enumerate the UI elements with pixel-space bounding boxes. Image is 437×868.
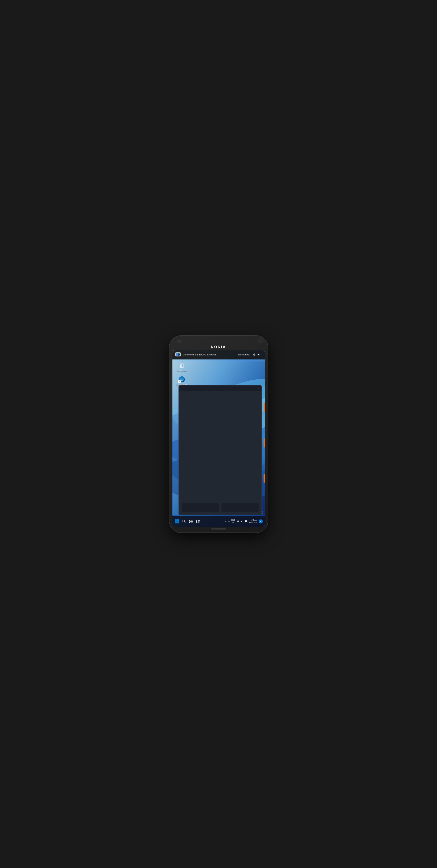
date-display: 8/27/2021 xyxy=(249,521,257,524)
taskbar: ∧ ⊡ ENG IT xyxy=(172,516,265,527)
svg-rect-12 xyxy=(179,353,180,354)
shortcut-arrow: ↗ xyxy=(178,380,181,383)
microsoft-edge-icon[interactable]: ↗ Microsoft Edge xyxy=(175,376,188,386)
svg-rect-29 xyxy=(245,521,246,522)
connection-bar: Connected to SBOOK2-SIMONE Disconnect ⚙ … xyxy=(172,350,265,360)
battery-icon[interactable] xyxy=(244,520,247,523)
wifi-icon[interactable] xyxy=(237,520,240,523)
lang-line1: ENG xyxy=(231,519,235,521)
search-button[interactable] xyxy=(181,519,186,524)
modal-button-1[interactable] xyxy=(181,503,219,512)
start-button[interactable] xyxy=(174,519,179,524)
side-handle-mid[interactable] xyxy=(264,438,265,447)
svg-rect-19 xyxy=(190,520,191,521)
svg-rect-21 xyxy=(190,521,191,523)
svg-point-17 xyxy=(182,520,184,522)
widgets-button[interactable] xyxy=(196,519,201,524)
home-indicator[interactable] xyxy=(211,528,226,529)
svg-rect-22 xyxy=(191,521,193,523)
modal-dialog: ✕ xyxy=(178,385,262,515)
phone-device: NOKIA xyxy=(169,336,268,532)
side-handle-bot[interactable] xyxy=(264,474,265,483)
connection-status-text: Connected to SBOOK2-SIMONE xyxy=(183,353,235,356)
modal-titlebar: ✕ xyxy=(179,385,262,391)
svg-rect-11 xyxy=(176,353,178,356)
phone-top-bar xyxy=(172,339,265,344)
svg-rect-25 xyxy=(198,520,200,520)
system-tray-expand[interactable]: ∧ xyxy=(225,520,226,522)
disconnect-button[interactable]: Disconnect xyxy=(237,353,251,356)
desktop-icons-area: Recycle Bin xyxy=(175,362,188,386)
edge-icon-container: ↗ xyxy=(178,376,185,383)
svg-rect-13 xyxy=(179,355,180,356)
recycle-bin-label: Recycle Bin xyxy=(177,370,186,372)
time-display: 1:40 AM xyxy=(249,519,257,521)
cast-icon[interactable]: ✦ xyxy=(257,353,260,356)
taskbar-time[interactable]: 1:40 AM 8/27/2021 xyxy=(249,519,257,524)
phone-screen: Connected to SBOOK2-SIMONE Disconnect ⚙ … xyxy=(172,350,265,527)
speaker-grille xyxy=(208,341,229,342)
front-camera xyxy=(177,340,181,343)
svg-rect-24 xyxy=(196,522,198,523)
notification-badge[interactable]: 2 xyxy=(259,519,263,523)
recycle-bin-icon[interactable]: Recycle Bin xyxy=(175,362,188,372)
recycle-bin-svg xyxy=(178,362,185,369)
side-handle-top[interactable] xyxy=(264,403,265,412)
taskbar-overflow-icon[interactable]: ⊡ xyxy=(228,520,230,523)
svg-rect-26 xyxy=(198,521,200,523)
bar-icons: ⚙ ✦ › xyxy=(253,353,262,356)
modal-close-button[interactable]: ✕ xyxy=(257,387,260,390)
svg-rect-23 xyxy=(196,520,198,522)
expand-chevron-icon[interactable]: › xyxy=(261,353,262,356)
volume-icon[interactable] xyxy=(241,520,243,523)
svg-rect-20 xyxy=(191,520,193,521)
settings-icon[interactable]: ⚙ xyxy=(253,353,256,356)
lang-line2: IT xyxy=(231,521,235,523)
top-right-camera xyxy=(258,338,263,343)
phone-brand: NOKIA xyxy=(211,345,226,349)
rdp-icon xyxy=(175,352,181,358)
taskbar-right: ∧ ⊡ ENG IT xyxy=(225,519,263,524)
taskbar-left xyxy=(174,519,201,524)
language-indicator[interactable]: ENG IT xyxy=(231,519,235,523)
svg-line-18 xyxy=(184,522,185,523)
modal-button-2[interactable] xyxy=(221,503,259,512)
system-icons xyxy=(237,520,247,523)
modal-content xyxy=(179,391,262,515)
modal-buttons xyxy=(181,503,259,512)
task-view-button[interactable] xyxy=(188,519,194,524)
win-desktop: Connected to SBOOK2-SIMONE Disconnect ⚙ … xyxy=(172,350,265,527)
